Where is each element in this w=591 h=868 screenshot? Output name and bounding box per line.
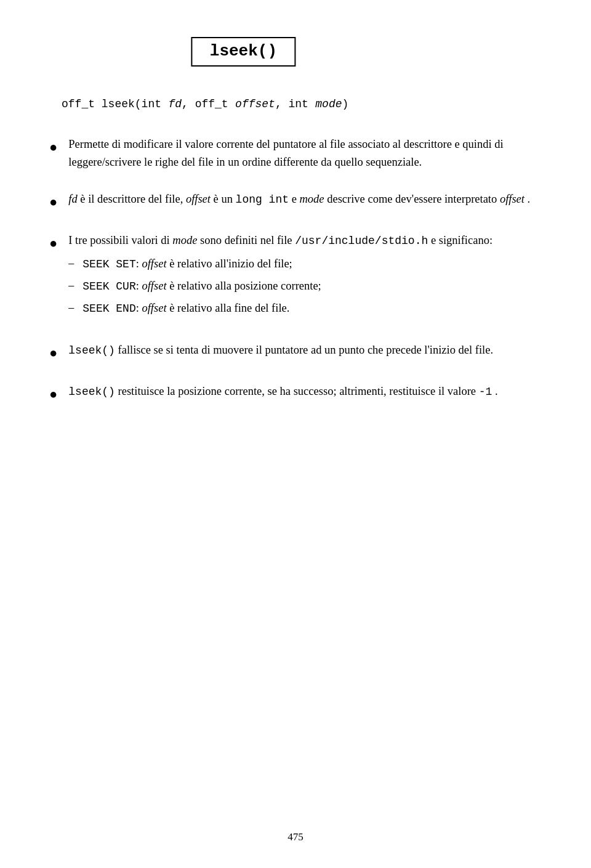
- page-title: lseek(): [191, 37, 296, 67]
- bullet-3-sono: sono definiti nel file: [200, 234, 295, 246]
- list-item: – SEEK CUR: offset è relativo alla posiz…: [68, 277, 542, 296]
- list-item: – SEEK END: offset è relativo alla fine …: [68, 299, 542, 318]
- page: lseek() off_t lseek(int fd, off_t offset…: [0, 0, 591, 868]
- mode-italic-2: mode: [172, 234, 197, 246]
- list-item: – SEEK SET: offset è relativo all'inizio…: [68, 255, 542, 274]
- bullet-5-end: .: [495, 385, 498, 397]
- seek-cur-item: SEEK CUR: offset è relativo alla posizio…: [82, 277, 321, 296]
- bullet-5-text: lseek() restituisce la posizione corrent…: [68, 383, 542, 401]
- seek-end-item: SEEK END: offset è relativo alla fine de…: [82, 299, 289, 318]
- bullet-1-text: Permette di modificare il valore corrent…: [68, 136, 542, 171]
- list-item: ● lseek() fallisce se si tenta di muover…: [49, 341, 542, 363]
- seek-cur-mono: SEEK CUR: [82, 280, 135, 293]
- bullet-3-e: e significano:: [431, 234, 492, 246]
- bullet-2-plain-4: descrive come dev'essere interpretato: [327, 193, 500, 205]
- seek-end-rest: è relativo alla fine del file.: [167, 302, 290, 314]
- fd-italic: fd: [68, 193, 77, 205]
- sig-off-t: off_t lseek(int fd, off_t offset, int mo…: [62, 97, 348, 111]
- bullet-2-plain-3: e: [292, 193, 300, 205]
- seek-set-rest: è relativo all'inizio del file;: [167, 258, 292, 270]
- function-signature: off_t lseek(int fd, off_t offset, int mo…: [62, 97, 542, 111]
- sub-dash: –: [68, 299, 74, 317]
- bullet-3-content: I tre possibili valori di mode sono defi…: [68, 232, 542, 322]
- bullet-2-text: fd è il descrittore del file, offset è u…: [68, 190, 542, 209]
- stdio-path-mono: /usr/include/stdio.h: [295, 235, 428, 247]
- bullet-dot: ●: [49, 233, 57, 253]
- title-text: lseek(): [210, 42, 277, 60]
- lseek-mono-5: lseek(): [68, 386, 115, 398]
- offset-italic-1: offset: [186, 193, 211, 205]
- bullet-4-text: lseek() fallisce se si tenta di muovere …: [68, 341, 542, 360]
- offset-seek-set: offset: [142, 258, 166, 270]
- bullet-2-plain-2: è un: [214, 193, 236, 205]
- list-item: ● I tre possibili valori di mode sono de…: [49, 232, 542, 322]
- sub-dash: –: [68, 277, 74, 294]
- lseek-mono-4: lseek(): [68, 344, 115, 357]
- bullet-dot: ●: [49, 384, 57, 404]
- seek-cur-rest: è relativo alla posizione corrente;: [167, 280, 321, 292]
- mode-italic-1: mode: [299, 193, 324, 205]
- bullet-2-plain-1: è il descrittore del file,: [80, 193, 186, 205]
- bullet-dot: ●: [49, 343, 57, 363]
- offset-seek-cur: offset: [142, 280, 166, 292]
- bullet-dot: ●: [49, 192, 57, 212]
- list-item: ● fd è il descrittore del file, offset è…: [49, 190, 542, 212]
- minus-one-mono: -1: [479, 386, 492, 398]
- long-int-mono: long int: [236, 193, 289, 206]
- list-item: ● Permette di modificare il valore corre…: [49, 136, 542, 171]
- sub-dash: –: [68, 255, 74, 272]
- bullet-2-plain-5: .: [528, 193, 531, 205]
- bullet-list: ● Permette di modificare il valore corre…: [49, 136, 542, 404]
- seek-sub-list: – SEEK SET: offset è relativo all'inizio…: [68, 255, 542, 318]
- list-item: ● lseek() restituisce la posizione corre…: [49, 383, 542, 404]
- seek-end-mono: SEEK END: [82, 302, 135, 315]
- seek-set-mono: SEEK SET: [82, 258, 135, 270]
- bullet-3-intro: I tre possibili valori di: [68, 234, 172, 246]
- seek-set-item: SEEK SET: offset è relativo all'inizio d…: [82, 255, 292, 274]
- offset-italic-2: offset: [500, 193, 525, 205]
- page-number: 475: [287, 831, 304, 843]
- bullet-dot: ●: [49, 137, 57, 157]
- bullet-4-rest: fallisce se si tenta di muovere il punta…: [118, 344, 494, 356]
- offset-seek-end: offset: [142, 302, 166, 314]
- bullet-5-rest: restituisce la posizione corrente, se ha…: [118, 385, 479, 397]
